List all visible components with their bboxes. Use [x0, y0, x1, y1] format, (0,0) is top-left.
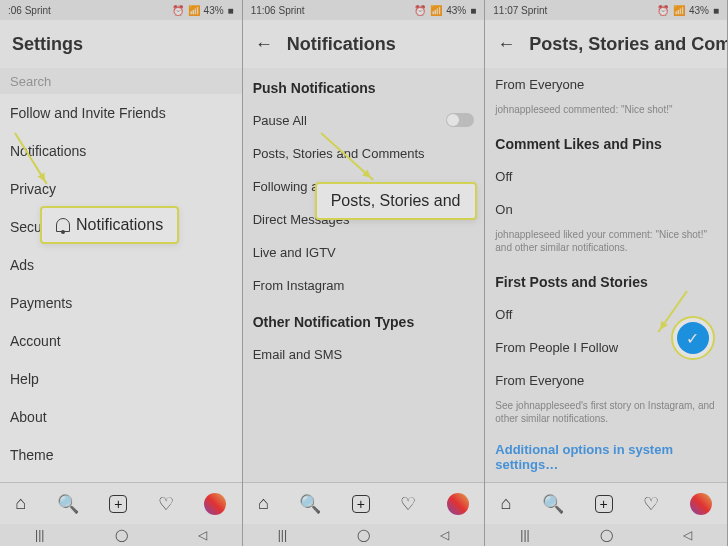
home-icon[interactable]: ⌂ — [501, 493, 512, 514]
settings-item-payments[interactable]: Payments — [0, 284, 242, 322]
back-button[interactable]: ◁ — [198, 528, 207, 542]
status-icons: ⏰📶43%■ — [657, 5, 719, 16]
system-nav: ||| ◯ ◁ — [485, 524, 727, 546]
home-button[interactable]: ◯ — [600, 528, 613, 542]
bottom-nav: ⌂ 🔍 ♡ — [0, 482, 242, 524]
status-icons: ⏰📶43%■ — [414, 5, 476, 16]
recent-apps[interactable]: ||| — [278, 528, 287, 542]
back-button[interactable]: ◁ — [683, 528, 692, 542]
pause-all[interactable]: Pause All — [243, 104, 485, 137]
toggle-off[interactable] — [446, 113, 474, 127]
create-icon[interactable] — [109, 495, 127, 513]
status-bar: 11:07 Sprint ⏰📶43%■ — [485, 0, 727, 20]
callout-notifications: Notifications — [40, 206, 179, 244]
section-push: Push Notifications — [243, 68, 485, 104]
panel-posts-stories: 11:07 Sprint ⏰📶43%■ ← Posts, Stories and… — [485, 0, 728, 546]
back-button[interactable]: ◁ — [440, 528, 449, 542]
status-time: 11:07 Sprint — [493, 5, 547, 16]
header: ← Notifications — [243, 20, 485, 68]
status-time: 11:06 Sprint — [251, 5, 305, 16]
create-icon[interactable] — [595, 495, 613, 513]
home-button[interactable]: ◯ — [357, 528, 370, 542]
search-icon[interactable]: 🔍 — [299, 493, 321, 515]
profile-avatar[interactable] — [447, 493, 469, 515]
bottom-nav: ⌂ 🔍 ♡ — [485, 482, 727, 524]
settings-item-help[interactable]: Help — [0, 360, 242, 398]
page-title: Posts, Stories and Comm — [529, 34, 728, 55]
system-nav: ||| ◯ ◁ — [0, 524, 242, 546]
search-icon[interactable]: 🔍 — [542, 493, 564, 515]
create-icon[interactable] — [352, 495, 370, 513]
home-button[interactable]: ◯ — [115, 528, 128, 542]
activity-icon[interactable]: ♡ — [400, 493, 416, 515]
settings-item-follow[interactable]: Follow and Invite Friends — [0, 94, 242, 132]
live-igtv[interactable]: Live and IGTV — [243, 236, 485, 269]
activity-icon[interactable]: ♡ — [158, 493, 174, 515]
bottom-nav: ⌂ 🔍 ♡ — [243, 482, 485, 524]
page-title: Settings — [12, 34, 83, 55]
home-icon[interactable]: ⌂ — [15, 493, 26, 514]
back-icon[interactable]: ← — [497, 34, 515, 55]
settings-item-theme[interactable]: Theme — [0, 436, 242, 474]
recent-apps[interactable]: ||| — [35, 528, 44, 542]
opt-from-everyone-2[interactable]: From Everyone — [485, 364, 727, 397]
back-icon[interactable]: ← — [255, 34, 273, 55]
profile-avatar[interactable] — [204, 493, 226, 515]
section-comment-likes: Comment Likes and Pins — [485, 124, 727, 160]
opt-from-everyone[interactable]: From Everyone — [485, 68, 727, 101]
posts-stories-comments[interactable]: Posts, Stories and Comments — [243, 137, 485, 170]
settings-item-account[interactable]: Account — [0, 322, 242, 360]
bell-icon — [56, 218, 70, 232]
status-bar: 11:06 Sprint ⏰📶43%■ — [243, 0, 485, 20]
switch-professional[interactable]: witch to Professional Account — [0, 474, 242, 482]
opt-off[interactable]: Off — [485, 160, 727, 193]
section-first-posts: First Posts and Stories — [485, 262, 727, 298]
header: Settings — [0, 20, 242, 68]
callout-posts-stories: Posts, Stories and — [315, 182, 477, 220]
panel-settings: :06 Sprint ⏰📶43%■ Settings Search Follow… — [0, 0, 243, 546]
page-title: Notifications — [287, 34, 396, 55]
home-icon[interactable]: ⌂ — [258, 493, 269, 514]
opt-on[interactable]: On — [485, 193, 727, 226]
section-other: Other Notification Types — [243, 302, 485, 338]
header: ← Posts, Stories and Comm — [485, 20, 727, 68]
activity-icon[interactable]: ♡ — [643, 493, 659, 515]
recent-apps[interactable]: ||| — [520, 528, 529, 542]
settings-item-about[interactable]: About — [0, 398, 242, 436]
system-nav: ||| ◯ ◁ — [243, 524, 485, 546]
status-bar: :06 Sprint ⏰📶43%■ — [0, 0, 242, 20]
helper-text: johnappleseed commented: "Nice shot!" — [485, 101, 727, 124]
search-icon[interactable]: 🔍 — [57, 493, 79, 515]
search-input[interactable]: Search — [0, 68, 242, 95]
status-icons: ⏰📶43%■ — [172, 5, 234, 16]
profile-avatar[interactable] — [690, 493, 712, 515]
settings-item-ads[interactable]: Ads — [0, 246, 242, 284]
email-sms[interactable]: Email and SMS — [243, 338, 485, 371]
helper-text: See johnappleseed's first story on Insta… — [485, 397, 727, 433]
panel-notifications: 11:06 Sprint ⏰📶43%■ ← Notifications Push… — [243, 0, 486, 546]
helper-text: johnappleseed liked your comment: "Nice … — [485, 226, 727, 262]
settings-item-privacy[interactable]: Privacy — [0, 170, 242, 208]
checkmark-icon: ✓ — [677, 322, 709, 354]
from-instagram[interactable]: From Instagram — [243, 269, 485, 302]
status-time: :06 Sprint — [8, 5, 51, 16]
additional-options-link[interactable]: Additional options in system settings… — [485, 433, 727, 481]
